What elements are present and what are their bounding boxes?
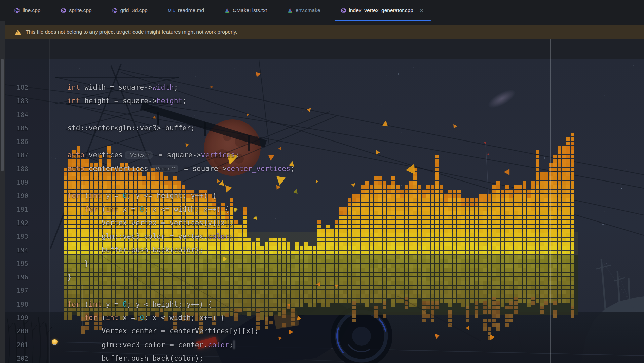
code-line-195[interactable]: } [50, 257, 295, 270]
tab-index-vertex-generator-cpp[interactable]: C++index_vertex_generator.cpp× [333, 0, 432, 21]
line-number[interactable]: 186 [5, 135, 28, 148]
tab-label: readme.md [178, 7, 204, 13]
intention-lightbulb-icon[interactable] [52, 339, 58, 344]
tab-bar-gap [0, 21, 644, 25]
banner-text: This file does not belong to any project… [26, 29, 237, 35]
markdown-file-icon: M↓ [168, 8, 175, 13]
type-inlay-hint: : Vertex ** [150, 165, 178, 172]
tab-sprite-cpp[interactable]: C++sprite.cpp [53, 0, 100, 21]
code-line-194[interactable]: buffer.push_back(color); [50, 243, 295, 257]
line-number[interactable]: 200 [5, 324, 28, 338]
code-line-189[interactable] [50, 175, 295, 189]
code-line-202[interactable]: buffer.push_back(color); [50, 352, 295, 363]
line-number[interactable]: 195 [5, 257, 28, 270]
tab-line-cpp[interactable]: C++line.cpp [7, 0, 49, 21]
code-area: int width = square->width; int height = … [50, 81, 295, 363]
line-number[interactable]: 198 [5, 297, 28, 311]
code-line-196[interactable]: } [50, 270, 295, 284]
active-tab-underline [335, 20, 431, 21]
left-scrollbar-track [0, 21, 5, 363]
ide-window: C++line.cppC++sprite.cppC++grid_3d.cppM↓… [0, 0, 644, 363]
type-inlay-hint: : Vertex ** [125, 151, 153, 159]
tab-env-cmake[interactable]: env.cmake [280, 0, 329, 21]
tab-grid-3d-cpp[interactable]: C++grid_3d.cpp [105, 0, 156, 21]
warning-icon [15, 29, 21, 35]
editor-gutter: 1821831841851861871881891901911921931941… [5, 81, 28, 363]
line-number[interactable]: 182 [5, 81, 28, 94]
line-number[interactable]: 183 [5, 94, 28, 108]
code-line-190[interactable]: for (int y = 0; y <= height; y++) { [50, 189, 295, 202]
line-number[interactable]: 188 [5, 162, 28, 175]
line-number[interactable]: 199 [5, 311, 28, 324]
code-line-191[interactable]: for (int x = 0; x <= width; x++) { [50, 203, 295, 216]
cpp-file-icon: C++ [14, 8, 20, 13]
code-line-187[interactable]: auto vertices: Vertex ** = square->verti… [50, 148, 295, 162]
code-line-201[interactable]: glm::vec3 color = center.color; [50, 338, 295, 352]
line-number[interactable]: 185 [5, 121, 28, 135]
cpp-file-icon: C++ [112, 8, 118, 13]
cmake-file-icon [224, 8, 230, 13]
cmake-file-icon [287, 8, 293, 13]
code-line-200[interactable]: Vertex center = centerVertices[y][x]; [50, 324, 295, 338]
tab-label: CMakeLists.txt [233, 7, 267, 13]
line-number[interactable]: 193 [5, 230, 28, 243]
line-number[interactable]: 197 [5, 284, 28, 297]
scrollbar-thumb[interactable] [1, 59, 4, 171]
svg-text:+: + [17, 10, 19, 13]
line-number[interactable]: 196 [5, 270, 28, 284]
tab-label: sprite.cpp [69, 7, 91, 13]
svg-text:+: + [64, 10, 65, 13]
no-project-target-banner: This file does not belong to any project… [5, 25, 644, 39]
code-line-182[interactable]: int width = square->width; [50, 81, 295, 94]
code-line-186[interactable] [50, 135, 295, 148]
text-caret [234, 340, 234, 349]
svg-text:M: M [168, 8, 172, 13]
tab-label: line.cpp [23, 7, 40, 13]
svg-text:+: + [115, 10, 117, 13]
line-number[interactable]: 190 [5, 189, 28, 202]
code-line-193[interactable]: glm::vec3 color = vertex.color; [50, 230, 295, 243]
tab-cmakelists-txt[interactable]: CMakeLists.txt [217, 0, 276, 21]
close-tab-icon[interactable]: × [420, 8, 423, 13]
code-editor[interactable]: 1821831841851861871881891901911921931941… [0, 39, 644, 363]
tab-label: env.cmake [296, 7, 320, 13]
code-line-188[interactable]: auto centerVertices: Vertex ** = square-… [50, 162, 295, 175]
code-line-183[interactable]: int height = square->height; [50, 94, 295, 108]
cpp-file-icon: C++ [61, 8, 66, 13]
svg-text:+: + [344, 10, 345, 13]
line-number[interactable]: 192 [5, 216, 28, 230]
tab-label: index_vertex_generator.cpp [349, 7, 413, 13]
line-number[interactable]: 201 [5, 338, 28, 352]
line-number[interactable]: 189 [5, 175, 28, 189]
line-number[interactable]: 184 [5, 108, 28, 121]
svg-text:↓: ↓ [172, 8, 175, 13]
code-line-184[interactable] [50, 108, 295, 121]
line-number[interactable]: 194 [5, 243, 28, 257]
code-line-199[interactable]: for (int x = 0; x < width; x++) { [50, 311, 295, 324]
tab-readme-md[interactable]: M↓readme.md [160, 0, 213, 21]
code-line-185[interactable]: std::vector<glm::vec3> buffer; [50, 121, 295, 135]
code-line-198[interactable]: for (int y = 0; y < height; y++) { [50, 297, 295, 311]
code-line-197[interactable] [50, 284, 295, 297]
cpp-file-icon: C++ [341, 8, 346, 13]
editor-tab-bar: C++line.cppC++sprite.cppC++grid_3d.cppM↓… [0, 0, 644, 21]
line-number[interactable]: 187 [5, 148, 28, 162]
line-number[interactable]: 202 [5, 352, 28, 363]
line-number[interactable]: 191 [5, 203, 28, 216]
tab-label: grid_3d.cpp [120, 7, 148, 13]
code-line-192[interactable]: Vertex vertex = vertices[y][x]; [50, 216, 295, 230]
